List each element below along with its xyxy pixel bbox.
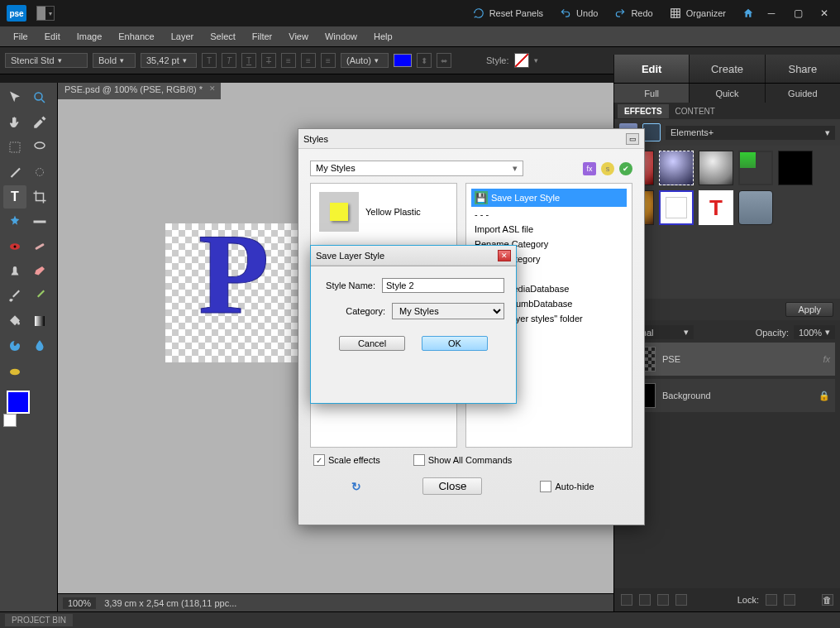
fx-layer-icon[interactable]	[639, 594, 651, 606]
style-name-input[interactable]	[382, 278, 504, 293]
redo-button[interactable]: Redo	[606, 4, 661, 22]
menu-enhance[interactable]: Enhance	[110, 28, 162, 45]
effect-thumb[interactable]	[778, 151, 813, 185]
effects-category-dropdown[interactable]: Elements+	[666, 126, 835, 140]
quickselect-tool-icon[interactable]	[28, 161, 51, 184]
menu-help[interactable]: Help	[365, 28, 401, 45]
leading-dropdown[interactable]: (Auto)	[341, 53, 389, 68]
autohide-checkbox[interactable]: Auto-hide	[540, 481, 594, 492]
smartbrush-tool-icon[interactable]	[28, 285, 51, 308]
text-warp-icon[interactable]: ⬍	[417, 53, 432, 68]
tab-share[interactable]: Share	[765, 55, 840, 83]
style-item[interactable]: Yellow Plastic	[316, 189, 451, 235]
sponge-tool-icon[interactable]	[3, 359, 26, 382]
menu-file[interactable]: File	[5, 28, 36, 45]
subtab-quick[interactable]: Quick	[689, 84, 764, 103]
layer-row[interactable]: Background 🔒	[619, 379, 835, 412]
menu-view[interactable]: View	[280, 28, 317, 45]
menu-window[interactable]: Window	[317, 28, 365, 45]
effect-thumb[interactable]	[659, 190, 694, 225]
category-select[interactable]: My Styles	[392, 303, 504, 319]
mask-icon[interactable]	[657, 594, 669, 606]
menu-select[interactable]: Select	[202, 28, 244, 45]
font-weight-dropdown[interactable]: Bold	[93, 53, 136, 68]
reset-panels-button[interactable]: Reset Panels	[465, 4, 551, 22]
effect-thumb[interactable]	[699, 151, 733, 185]
ok-badge-icon[interactable]: ✔	[619, 162, 632, 175]
shape-tool-icon[interactable]	[3, 334, 26, 357]
save-dialog-close-icon[interactable]: ✕	[498, 250, 511, 261]
command-item[interactable]: Import ASL file	[471, 222, 627, 237]
blur-tool-icon[interactable]	[28, 334, 51, 357]
show-all-commands-checkbox[interactable]: Show All Commands	[413, 454, 513, 466]
styles-category-dropdown[interactable]: My Styles	[310, 161, 523, 176]
effect-thumb[interactable]	[659, 151, 694, 185]
maximize-button[interactable]: ▢	[789, 7, 807, 20]
styles-dialog-close-icon[interactable]: ▭	[626, 133, 639, 145]
align-right-icon[interactable]: ≡	[321, 53, 336, 68]
effect-thumb[interactable]	[738, 190, 773, 225]
text-orient-icon[interactable]: ⬌	[437, 53, 451, 68]
scale-effects-checkbox[interactable]: Scale effects	[313, 454, 380, 466]
document-tab[interactable]: PSE.psd @ 100% (PSE, RGB/8) *	[58, 83, 221, 99]
layer-row[interactable]: T PSE fx	[619, 343, 835, 376]
layout-dropdown-icon[interactable]	[36, 6, 55, 21]
effect-thumb-selected[interactable]: T	[699, 190, 733, 225]
project-bin-label[interactable]: PROJECT BIN	[5, 614, 73, 626]
fx-icon[interactable]	[642, 123, 661, 141]
home-button[interactable]	[734, 4, 762, 22]
menu-edit[interactable]: Edit	[36, 28, 69, 45]
panel-tab-content[interactable]: CONTENT	[669, 104, 722, 118]
align-center-icon[interactable]: ≡	[301, 53, 316, 68]
link-icon[interactable]	[675, 594, 687, 606]
s-badge-icon[interactable]: s	[601, 162, 614, 175]
menu-image[interactable]: Image	[69, 28, 111, 45]
eraser-tool-icon[interactable]	[28, 260, 51, 283]
styles-close-button[interactable]: Close	[422, 477, 482, 495]
panel-tab-effects[interactable]: EFFECTS	[618, 104, 669, 118]
close-window-button[interactable]: ✕	[815, 7, 833, 20]
undo-button[interactable]: Undo	[551, 4, 606, 22]
style-preview-icon[interactable]	[514, 53, 529, 68]
trash-icon[interactable]: 🗑	[822, 594, 833, 606]
tab-create[interactable]: Create	[689, 55, 764, 83]
background-color[interactable]	[3, 414, 17, 427]
wand-tool-icon[interactable]	[3, 161, 26, 184]
crop-tool-icon[interactable]	[28, 185, 51, 209]
gradient-tool-icon[interactable]	[28, 309, 51, 333]
organizer-button[interactable]: Organizer	[661, 4, 734, 22]
cookie-tool-icon[interactable]	[3, 210, 26, 233]
move-tool-icon[interactable]	[3, 86, 26, 109]
lasso-tool-icon[interactable]	[28, 136, 51, 159]
marquee-tool-icon[interactable]	[3, 136, 26, 159]
color-picker[interactable]	[3, 391, 53, 432]
subtab-guided[interactable]: Guided	[765, 84, 840, 103]
zoom-value[interactable]: 100%	[63, 597, 96, 609]
command-item[interactable]: 💾Save Layer Style	[471, 189, 627, 207]
type-tool-icon[interactable]: T	[3, 185, 26, 209]
font-size-dropdown[interactable]: 35,42 pt	[141, 53, 197, 68]
text-option-4-icon[interactable]: T	[261, 53, 276, 68]
zoom-tool-icon[interactable]	[28, 86, 51, 109]
hand-tool-icon[interactable]	[3, 111, 26, 134]
lock-all-icon[interactable]	[784, 594, 795, 606]
tab-edit[interactable]: Edit	[613, 55, 689, 83]
effect-thumb[interactable]	[738, 151, 773, 185]
healing-tool-icon[interactable]	[28, 235, 51, 258]
opacity-dropdown[interactable]: 100%	[794, 325, 835, 339]
cancel-button[interactable]: Cancel	[339, 336, 405, 351]
align-left-icon[interactable]: ≡	[281, 53, 296, 68]
ok-button[interactable]: OK	[422, 336, 488, 351]
text-option-3-icon[interactable]: T	[241, 53, 256, 68]
minimize-button[interactable]: ─	[762, 7, 780, 20]
text-option-1-icon[interactable]: T	[202, 53, 217, 68]
text-option-2-icon[interactable]: T	[222, 53, 236, 68]
lock-pixels-icon[interactable]	[766, 594, 777, 606]
brush-tool-icon[interactable]	[3, 285, 26, 308]
stamp-tool-icon[interactable]	[3, 260, 26, 283]
refresh-icon[interactable]: ↻	[348, 480, 365, 493]
bucket-tool-icon[interactable]	[3, 309, 26, 333]
new-layer-icon[interactable]	[621, 594, 632, 606]
menu-filter[interactable]: Filter	[244, 28, 280, 45]
straighten-tool-icon[interactable]	[28, 210, 51, 233]
